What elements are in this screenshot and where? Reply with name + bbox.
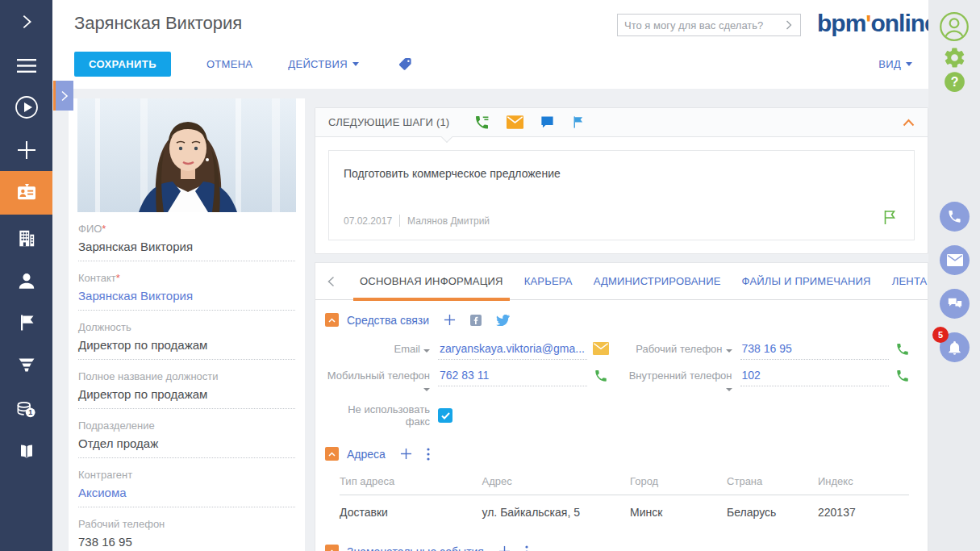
- add-message-button[interactable]: [540, 115, 555, 130]
- addresses-title[interactable]: Адреса: [347, 448, 386, 461]
- sidebar-item-employees[interactable]: [0, 259, 52, 303]
- comm-label[interactable]: Email: [394, 343, 420, 355]
- profile-fields: ФИО* Зарянская Виктория Контакт* Зарянск…: [69, 223, 305, 551]
- field-job-title[interactable]: Должность Директор по продажам: [78, 321, 295, 360]
- actions-dropdown-button[interactable]: ДЕЙСТВИЯ: [288, 58, 359, 70]
- comm-label[interactable]: Внутренний телефон: [629, 369, 732, 382]
- section-collapse-button[interactable]: [325, 545, 339, 551]
- column-header[interactable]: Индекс: [818, 470, 909, 495]
- field-contact[interactable]: Контакт* Зарянская Виктория: [78, 272, 295, 311]
- tab-administration[interactable]: АДМИНИСТРИРОВАНИЕ: [594, 263, 721, 300]
- send-email-button[interactable]: [587, 340, 615, 355]
- chevron-down-icon[interactable]: [726, 388, 732, 391]
- column-header[interactable]: Страна: [727, 470, 818, 495]
- panel-collapse-handle[interactable]: [53, 81, 73, 111]
- view-dropdown-button[interactable]: ВИД: [878, 58, 912, 70]
- sidebar-item-invoices[interactable]: 1: [0, 387, 52, 431]
- comm-value[interactable]: zaryanskaya.viktoria@gma...: [438, 340, 587, 360]
- field-value-link[interactable]: Зарянская Виктория: [78, 284, 295, 311]
- cell-country[interactable]: Беларусь: [727, 495, 818, 524]
- field-value[interactable]: Директор по продажам: [78, 382, 295, 409]
- tab-files-notes[interactable]: ФАЙЛЫ И ПРИМЕЧАНИЯ: [742, 263, 871, 300]
- section-collapse-button[interactable]: [325, 313, 339, 327]
- sidebar-item-leads[interactable]: [0, 301, 52, 344]
- cell-zip[interactable]: 220137: [818, 495, 909, 524]
- cancel-button[interactable]: ОТМЕНА: [206, 58, 252, 70]
- table-row[interactable]: Доставки ул. Байкальская, 5 Минск Белару…: [340, 495, 909, 524]
- comm-value[interactable]: 102: [740, 367, 890, 386]
- sidebar-menu-button[interactable]: [0, 44, 52, 88]
- tabs-scroll-left-button[interactable]: [323, 276, 339, 287]
- field-department[interactable]: Подразделение Отдел продаж: [78, 420, 295, 458]
- add-address-button[interactable]: [400, 448, 412, 460]
- add-call-button[interactable]: [473, 115, 490, 131]
- cell-address[interactable]: ул. Байкальская, 5: [482, 495, 631, 524]
- comm-value[interactable]: 762 83 11: [438, 367, 587, 386]
- sidebar-item-sales[interactable]: [0, 344, 52, 387]
- column-header[interactable]: Город: [630, 470, 727, 495]
- next-steps-collapse-button[interactable]: [903, 119, 915, 127]
- chevron-down-icon[interactable]: [423, 349, 430, 353]
- field-value[interactable]: Директор по продажам: [78, 333, 295, 360]
- addresses-more-button[interactable]: [427, 448, 430, 461]
- addresses-header-row: Тип адреса Адрес Город Страна Индекс: [340, 470, 909, 495]
- notifications-button[interactable]: 5: [940, 332, 970, 362]
- cell-city[interactable]: Минск: [630, 495, 727, 524]
- comm-label[interactable]: Рабочий телефон: [636, 343, 722, 355]
- plus-icon: [498, 545, 511, 551]
- email-button[interactable]: [940, 245, 970, 275]
- sidebar-item-knowledge-base[interactable]: [0, 430, 52, 474]
- events-title[interactable]: Знаменательные события: [347, 545, 484, 551]
- sidebar-item-contacts[interactable]: [0, 171, 52, 215]
- sidebar-expand-button[interactable]: [0, 0, 52, 44]
- communications-title[interactable]: Средства связи: [347, 314, 429, 327]
- task-card[interactable]: Подготовить коммерческое предложение 07.…: [328, 150, 915, 240]
- assistant-search-input[interactable]: [618, 19, 778, 31]
- field-value[interactable]: 738 16 95: [78, 530, 295, 551]
- add-event-button[interactable]: [498, 545, 511, 551]
- tags-button[interactable]: [398, 56, 413, 72]
- field-value[interactable]: Отдел продаж: [78, 432, 295, 458]
- field-value[interactable]: Зарянская Виктория: [78, 235, 295, 261]
- events-more-button[interactable]: [525, 545, 528, 551]
- section-collapse-button[interactable]: [325, 447, 339, 461]
- field-value-link[interactable]: Аксиома: [78, 481, 295, 507]
- user-profile-button[interactable]: [928, 11, 980, 42]
- call-button[interactable]: [587, 367, 615, 383]
- task-flag-button[interactable]: [883, 210, 896, 228]
- calls-button[interactable]: [940, 202, 970, 232]
- settings-button[interactable]: [928, 46, 980, 69]
- save-button[interactable]: СОХРАНИТЬ: [74, 52, 171, 77]
- field-full-job-title[interactable]: Полное название должности Директор по пр…: [78, 370, 295, 409]
- comm-value[interactable]: 738 16 95: [740, 340, 890, 360]
- fax-checkbox[interactable]: [438, 408, 452, 423]
- field-full-name[interactable]: ФИО* Зарянская Виктория: [78, 223, 295, 261]
- call-button[interactable]: [889, 367, 916, 383]
- sidebar-item-accounts[interactable]: [0, 216, 52, 260]
- column-header[interactable]: Адрес: [482, 470, 631, 495]
- feed-chat-button[interactable]: [940, 289, 970, 319]
- twitter-button[interactable]: [496, 315, 510, 326]
- add-task-button[interactable]: [571, 115, 585, 130]
- tab-feed[interactable]: ЛЕНТА: [892, 263, 928, 300]
- bell-icon: [947, 340, 962, 356]
- cell-address-type[interactable]: Доставки: [340, 495, 482, 524]
- tab-career[interactable]: КАРЬЕРА: [524, 263, 573, 300]
- add-communication-button[interactable]: [444, 314, 456, 326]
- svg-text:?: ?: [950, 75, 958, 89]
- facebook-button[interactable]: [470, 315, 482, 326]
- column-header[interactable]: Тип адреса: [340, 470, 482, 495]
- sidebar-add-button[interactable]: [0, 128, 52, 172]
- assistant-search-go-button[interactable]: [778, 15, 800, 35]
- contact-photo[interactable]: [77, 98, 296, 212]
- tab-general-info[interactable]: ОСНОВНАЯ ИНФОРМАЦИЯ: [360, 263, 503, 300]
- call-button[interactable]: [889, 340, 916, 357]
- chevron-down-icon[interactable]: [423, 388, 430, 391]
- add-email-button[interactable]: [507, 115, 523, 129]
- comm-label[interactable]: Мобильный телефон: [327, 369, 430, 382]
- field-account[interactable]: Контрагент Аксиома: [78, 469, 295, 507]
- field-business-phone[interactable]: Рабочий телефон 738 16 95: [78, 518, 295, 551]
- chevron-down-icon[interactable]: [726, 349, 732, 353]
- help-button[interactable]: ?: [928, 71, 980, 93]
- sidebar-run-process-button[interactable]: [0, 86, 52, 129]
